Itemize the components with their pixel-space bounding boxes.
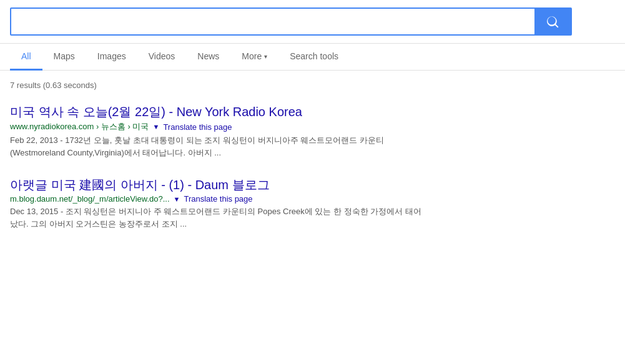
result-url: www.nyradiokorea.com › 뉴스홈 › 미국 [10, 121, 149, 132]
result-snippet: Feb 22, 2013 - 1732년 오늘, 훗날 초대 대통령이 되는 조… [10, 134, 427, 159]
search-icon [546, 15, 559, 29]
tab-all-label: All [21, 51, 31, 61]
tab-all[interactable]: All [10, 44, 42, 71]
translate-link[interactable]: Translate this page [163, 122, 232, 132]
tab-more-label: More [242, 51, 262, 61]
search-input[interactable]: "조지 워싱턴 * 웨스트모어랜드 카운티" [11, 9, 534, 34]
search-button[interactable] [534, 9, 571, 34]
result-url-line: www.nyradiokorea.com › 뉴스홈 › 미국 ▼ Transl… [10, 121, 427, 132]
result-url: m.blog.daum.net/_blog/_m/articleView.do?… [10, 194, 170, 204]
search-header: "조지 워싱턴 * 웨스트모어랜드 카운티" [0, 0, 625, 44]
translate-link[interactable]: Translate this page [184, 194, 252, 204]
results-area: 7 results (0.63 seconds) 미국 역사 속 오늘(2월 2… [0, 71, 437, 231]
tab-videos[interactable]: Videos [137, 44, 187, 71]
translate-arrow-icon: ▼ [153, 123, 160, 130]
result-item: 미국 역사 속 오늘(2월 22일) - New York Radio Kore… [10, 104, 427, 159]
result-item: 아랫글 미국 建國의 아버지 - (1) - Daum 블로그 m.blog.d… [10, 177, 427, 230]
result-url-line: m.blog.daum.net/_blog/_m/articleView.do?… [10, 194, 427, 204]
result-title[interactable]: 아랫글 미국 建國의 아버지 - (1) - Daum 블로그 [10, 177, 427, 193]
translate-arrow-icon: ▼ [174, 195, 180, 203]
result-snippet: Dec 13, 2015 - 조지 워싱턴은 버지니아 주 웨스트모어랜드 카운… [10, 205, 427, 230]
tab-images[interactable]: Images [86, 44, 137, 71]
tab-search-tools-label: Search tools [290, 51, 338, 61]
result-title[interactable]: 미국 역사 속 오늘(2월 22일) - New York Radio Kore… [10, 104, 427, 120]
tab-news-label: News [197, 51, 219, 61]
nav-tabs: All Maps Images Videos News More ▾ Searc… [0, 44, 625, 71]
results-stats: 7 results (0.63 seconds) [10, 81, 427, 90]
tab-images-label: Images [97, 51, 126, 61]
tab-maps[interactable]: Maps [42, 44, 86, 71]
tab-more[interactable]: More ▾ [230, 44, 278, 71]
tab-search-tools[interactable]: Search tools [278, 44, 350, 71]
tab-videos-label: Videos [149, 51, 175, 61]
tab-news[interactable]: News [186, 44, 230, 71]
tab-maps-label: Maps [54, 51, 75, 61]
chevron-down-icon: ▾ [264, 53, 267, 60]
search-bar: "조지 워싱턴 * 웨스트모어랜드 카운티" [10, 7, 572, 36]
